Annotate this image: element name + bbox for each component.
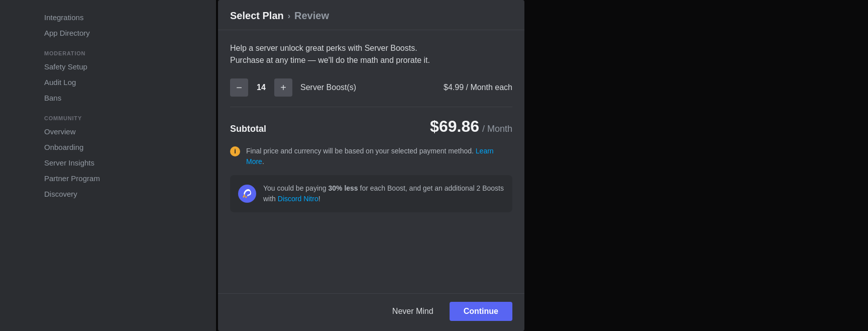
increment-button[interactable]: +: [274, 78, 292, 97]
subtotal-amount: $69.86: [430, 117, 479, 136]
modal-description: Help a server unlock great perks with Se…: [230, 42, 512, 66]
nitro-promo-box: You could be paying 30% less for each Bo…: [230, 175, 512, 212]
nitro-promo-text: You could be paying 30% less for each Bo…: [263, 183, 504, 204]
continue-button[interactable]: Continue: [450, 302, 512, 321]
info-notice: i Final price and currency will be based…: [230, 146, 512, 167]
price-per-unit: $4.99 / Month each: [444, 83, 512, 92]
breadcrumb-review: Review: [294, 10, 329, 22]
sidebar-item-integrations[interactable]: Integrations: [40, 10, 206, 25]
subtotal-period: / Month: [482, 124, 512, 134]
breadcrumb-select-plan: Select Plan: [230, 10, 284, 22]
nitro-rocket-icon: [238, 185, 256, 203]
info-text: Final price and currency will be based o…: [246, 146, 512, 167]
breadcrumb: Select Plan › Review: [230, 10, 512, 22]
learn-more-link[interactable]: Learn More: [246, 147, 494, 166]
sidebar-item-partner-program[interactable]: Partner Program: [40, 171, 206, 186]
info-icon: i: [230, 146, 240, 156]
discord-nitro-link[interactable]: Discord Nitro: [278, 195, 318, 203]
product-label: Server Boost(s): [300, 83, 436, 92]
sidebar-section-community: COMMUNITY: [44, 115, 206, 121]
cancel-button[interactable]: Never Mind: [386, 303, 440, 320]
modal-footer: Never Mind Continue: [218, 293, 524, 331]
sidebar-item-onboarding[interactable]: Onboarding: [40, 140, 206, 154]
product-row: − 14 + Server Boost(s) $4.99 / Month eac…: [230, 78, 512, 97]
sidebar: Integrations App Directory MODERATION Sa…: [0, 0, 216, 331]
modal-header: Select Plan › Review: [218, 0, 524, 30]
sidebar-section-moderation: MODERATION: [44, 50, 206, 56]
select-plan-modal: Select Plan › Review Help a server unloc…: [218, 0, 524, 331]
sidebar-item-audit-log[interactable]: Audit Log: [40, 75, 206, 90]
subtotal-price: $69.86 / Month: [430, 117, 512, 136]
subtotal-label: Subtotal: [230, 124, 266, 134]
sidebar-item-safety-setup[interactable]: Safety Setup: [40, 59, 206, 74]
modal-body: Help a server unlock great perks with Se…: [218, 30, 524, 293]
sidebar-item-app-directory[interactable]: App Directory: [40, 26, 206, 40]
sidebar-item-discovery[interactable]: Discovery: [40, 187, 206, 201]
quantity-value: 14: [256, 83, 266, 92]
svg-point-1: [245, 196, 247, 198]
sidebar-item-server-insights[interactable]: Server Insights: [40, 155, 206, 170]
divider: [230, 107, 512, 107]
svg-point-0: [238, 185, 256, 203]
sidebar-item-overview[interactable]: Overview: [40, 124, 206, 139]
breadcrumb-separator-icon: ›: [288, 12, 290, 21]
nitro-discount-bold: 30% less: [328, 184, 358, 192]
sidebar-item-bans[interactable]: Bans: [40, 91, 206, 105]
subtotal-row: Subtotal $69.86 / Month: [230, 117, 512, 136]
decrement-button[interactable]: −: [230, 78, 248, 97]
